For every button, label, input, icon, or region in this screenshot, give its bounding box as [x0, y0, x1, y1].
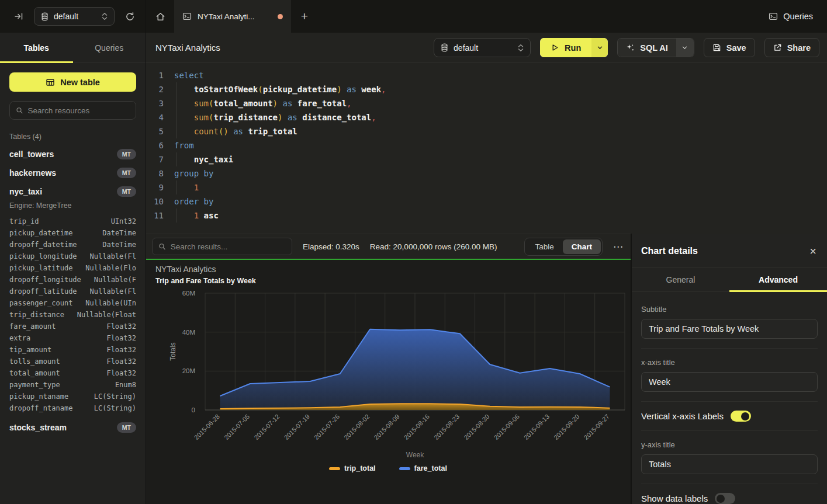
new-table-button[interactable]: New table	[9, 72, 136, 92]
view-chart-button[interactable]: Chart	[563, 239, 601, 254]
share-button[interactable]: Share	[764, 38, 819, 57]
column-type: LC(String)	[94, 391, 136, 402]
column-row: dropoff_longitudeNullable(F	[9, 274, 136, 286]
column-row: trip_distanceNullable(Float	[9, 309, 136, 321]
home-icon	[155, 12, 165, 22]
sql-ai-button[interactable]: SQL AI	[617, 38, 694, 57]
home-button[interactable]	[146, 0, 174, 33]
data-labels-toggle[interactable]	[715, 493, 735, 504]
code-line: 4 sum(trip_distance) as distance_total,	[146, 110, 827, 124]
x-axis-title: Week	[406, 451, 424, 459]
search-icon	[16, 106, 23, 114]
unsaved-changes-dot	[278, 14, 283, 19]
legend-item-trip_total[interactable]: trip_total	[329, 464, 375, 472]
vertical-labels-toggle[interactable]	[731, 411, 751, 422]
tab-nytaxi-analytics[interactable]: NYTaxi Analyti...	[174, 0, 291, 33]
run-button[interactable]: Run	[540, 38, 608, 57]
code-line: 6from	[146, 138, 827, 152]
code-text: from	[164, 138, 194, 152]
column-type: Nullable(F	[94, 274, 136, 286]
table-item-cell_towers[interactable]: cell_towersMT	[9, 149, 136, 159]
code-line: 11 1 asc	[146, 208, 827, 223]
save-icon	[712, 43, 721, 52]
toolbar-database-value: default	[454, 43, 513, 53]
code-line: 2 toStartOfWeek(pickup_datetime) as week…	[146, 82, 827, 96]
line-number: 2	[146, 82, 164, 96]
sql-editor[interactable]: 1select2 toStartOfWeek(pickup_datetime) …	[146, 63, 827, 234]
results-search-input[interactable]	[171, 242, 286, 251]
y-tick-label: 60M	[182, 290, 195, 297]
column-name: trip_distance	[9, 309, 64, 321]
column-name: passenger_count	[9, 297, 72, 309]
table-item-hackernews[interactable]: hackernewsMT	[9, 168, 136, 178]
chart-subtitle: Trip and Fare Totals by Week	[155, 277, 631, 285]
panel-tab-advanced[interactable]: Advanced	[729, 268, 827, 291]
results-column: Elapsed: 0.320s Read: 20,000,000 rows (2…	[146, 234, 631, 504]
view-table-button[interactable]: Table	[526, 239, 562, 254]
chart-panel: NYTaxi Analytics Trip and Fare Totals by…	[146, 260, 631, 504]
sql-ai-caret[interactable]	[676, 39, 694, 57]
code-line: 7 nyc_taxi	[146, 152, 827, 166]
tables-section-label: Tables (4)	[9, 133, 136, 141]
line-number: 3	[146, 96, 164, 110]
table-item-stocks_stream[interactable]: stocks_streamMT	[9, 422, 136, 433]
more-options-button[interactable]: ⋯	[613, 242, 624, 252]
legend-item-fare_total[interactable]: fare_total	[399, 464, 447, 472]
elapsed-stat: Elapsed: 0.320s	[303, 242, 359, 251]
code-line: 9 1	[146, 180, 827, 194]
close-panel-button[interactable]: ×	[809, 245, 816, 257]
code-text: nyc_taxi	[164, 152, 233, 166]
xaxis-title-input[interactable]	[641, 372, 818, 392]
x-tick-label: 2015-06-28	[193, 413, 221, 441]
column-name: trip_id	[9, 215, 39, 227]
code-text: sum(total_amount) as fare_total,	[164, 96, 352, 110]
y-tick-label: 20M	[182, 367, 195, 374]
subtitle-input[interactable]	[641, 319, 818, 339]
yaxis-title-group: y-axis title	[641, 431, 818, 484]
column-type: Float32	[106, 356, 136, 367]
engine-badge: MT	[117, 149, 136, 159]
content: Tables Queries New table Tables (4) cell…	[0, 33, 827, 504]
column-type: Nullable(Flo	[85, 262, 136, 274]
area-fare_total	[220, 329, 610, 410]
sidebar-tabs: Tables Queries	[0, 33, 146, 63]
toolbar-database-select[interactable]: default	[434, 38, 531, 57]
x-tick-label: 2015-08-30	[462, 413, 490, 441]
column-name: dropoff_datetime	[9, 239, 77, 251]
queries-button[interactable]: Queries	[769, 12, 813, 21]
xaxis-title-group: x-axis title	[641, 349, 818, 402]
yaxis-title-input[interactable]	[641, 454, 818, 474]
table-grid-icon	[46, 78, 55, 87]
line-number: 11	[146, 208, 164, 223]
collapse-sidebar-button[interactable]	[12, 9, 26, 23]
results-search[interactable]	[152, 238, 292, 255]
code-text: 1 asc	[164, 208, 219, 223]
chart-title: NYTaxi Analytics	[155, 265, 631, 274]
table-name: stocks_stream	[9, 423, 67, 432]
new-tab-button[interactable]: +	[291, 0, 318, 33]
sidebar-tab-queries[interactable]: Queries	[73, 33, 146, 62]
x-tick-label: 2015-08-16	[403, 413, 431, 441]
chevron-updown-icon	[517, 44, 524, 52]
column-name: dropoff_longitude	[9, 274, 81, 286]
column-row: pickup_latitudeNullable(Flo	[9, 262, 136, 274]
refresh-button[interactable]	[123, 9, 137, 24]
panel-header: Chart details ×	[632, 234, 827, 268]
subtitle-group: Subtitle	[641, 296, 818, 349]
column-name: fare_amount	[9, 321, 56, 332]
sql-ai-main: SQL AI	[618, 39, 676, 57]
x-tick-label: 2015-09-13	[523, 413, 551, 441]
topbar-database-select[interactable]: default	[34, 7, 115, 26]
sidebar-tab-tables[interactable]: Tables	[0, 33, 73, 62]
run-button-main: Run	[540, 38, 591, 57]
table-item-nyc_taxi[interactable]: nyc_taxiMT	[9, 186, 136, 197]
sidebar-search[interactable]	[9, 101, 136, 120]
save-button[interactable]: Save	[704, 38, 755, 57]
run-options-caret[interactable]	[591, 38, 608, 57]
code-line: 3 sum(total_amount) as fare_total,	[146, 96, 827, 110]
results-chart: 020M40M60M2015-06-282015-07-052015-07-12…	[155, 285, 631, 460]
sidebar-search-input[interactable]	[28, 106, 130, 115]
code-text: toStartOfWeek(pickup_datetime) as week,	[164, 82, 386, 96]
panel-tab-general[interactable]: General	[632, 268, 729, 291]
column-row: passenger_countNullable(UIn	[9, 297, 136, 309]
